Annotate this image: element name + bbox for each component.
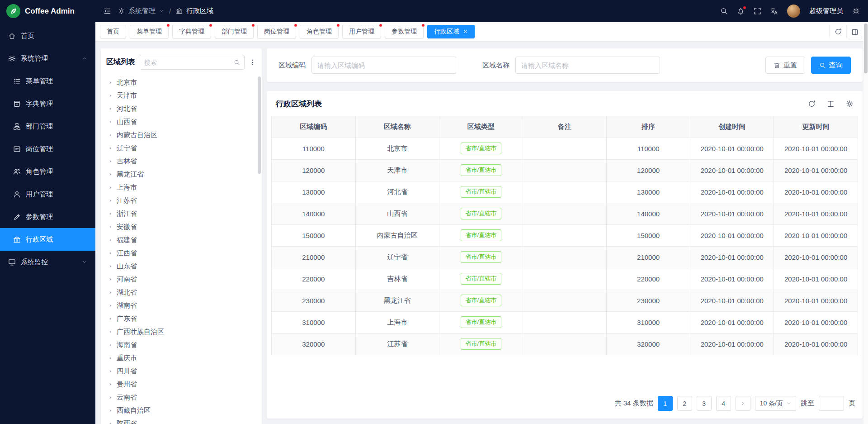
page-button-4[interactable]: 4 (716, 396, 731, 411)
panel-toggle-button[interactable] (848, 25, 862, 39)
search-icon[interactable] (720, 7, 728, 15)
caret-right-icon[interactable] (108, 277, 113, 282)
tree-item-13[interactable]: 江西省 (101, 247, 262, 260)
column-width-icon[interactable] (827, 100, 835, 108)
sidebar-item-8[interactable]: 参数管理 (0, 205, 95, 228)
tree-item-22[interactable]: 四川省 (101, 365, 262, 378)
caret-right-icon[interactable] (108, 421, 113, 424)
search-button[interactable]: 查询 (811, 57, 851, 74)
fullscreen-icon[interactable] (754, 7, 761, 15)
sidebar-item-7[interactable]: 用户管理 (0, 183, 95, 205)
caret-right-icon[interactable] (108, 159, 113, 164)
caret-right-icon[interactable] (108, 343, 113, 348)
tab-0[interactable]: 首页 (100, 25, 126, 38)
code-input[interactable] (311, 57, 456, 74)
tab-2[interactable]: 字典管理 (172, 25, 211, 38)
refresh-tab-button[interactable] (829, 25, 846, 38)
caret-right-icon[interactable] (108, 408, 113, 413)
avatar[interactable] (787, 5, 800, 18)
caret-right-icon[interactable] (108, 119, 113, 124)
sidebar-item-9[interactable]: 行政区域 (0, 228, 95, 251)
caret-right-icon[interactable] (108, 133, 113, 138)
caret-right-icon[interactable] (108, 303, 113, 308)
sidebar-item-2[interactable]: 菜单管理 (0, 70, 95, 92)
tree-item-1[interactable]: 天津市 (101, 89, 262, 102)
translate-icon[interactable] (770, 7, 778, 15)
tree-item-4[interactable]: 内蒙古自治区 (101, 129, 262, 142)
tree-item-0[interactable]: 北京市 (101, 76, 262, 89)
tree-item-18[interactable]: 广东省 (101, 312, 262, 325)
tree-item-20[interactable]: 海南省 (101, 338, 262, 352)
tree-scrollbar[interactable] (258, 76, 261, 174)
caret-right-icon[interactable] (108, 172, 113, 177)
notifications-button[interactable] (737, 7, 745, 15)
caret-right-icon[interactable] (108, 369, 113, 374)
caret-right-icon[interactable] (108, 329, 113, 334)
refresh-icon[interactable] (808, 100, 816, 108)
tree-item-17[interactable]: 湖南省 (101, 299, 262, 312)
tab-5[interactable]: 角色管理 (300, 25, 339, 38)
name-input[interactable] (515, 57, 660, 74)
caret-right-icon[interactable] (108, 395, 113, 400)
table-settings-gear-icon[interactable] (846, 100, 854, 108)
tree-item-19[interactable]: 广西壮族自治区 (101, 325, 262, 338)
close-icon[interactable] (463, 29, 468, 34)
sidebar-item-5[interactable]: 岗位管理 (0, 138, 95, 160)
tree-item-21[interactable]: 重庆市 (101, 352, 262, 365)
chevron-down-icon[interactable] (159, 9, 164, 14)
search-icon[interactable] (234, 59, 240, 66)
tab-3[interactable]: 部门管理 (215, 25, 254, 38)
sidebar-item-10[interactable]: 系统监控 (0, 251, 95, 273)
caret-right-icon[interactable] (108, 211, 113, 216)
tree-item-8[interactable]: 上海市 (101, 181, 262, 194)
tree-item-7[interactable]: 黑龙江省 (101, 168, 262, 181)
caret-right-icon[interactable] (108, 224, 113, 229)
tree-item-25[interactable]: 西藏自治区 (101, 404, 262, 417)
tree-item-23[interactable]: 贵州省 (101, 378, 262, 391)
caret-right-icon[interactable] (108, 356, 113, 361)
sidebar-item-1[interactable]: 系统管理 (0, 47, 95, 70)
caret-right-icon[interactable] (108, 185, 113, 190)
page-button-2[interactable]: 2 (677, 396, 692, 411)
caret-right-icon[interactable] (108, 238, 113, 243)
collapse-sidebar-icon[interactable] (104, 7, 111, 15)
app-logo[interactable]: Coffee Admin (0, 0, 95, 22)
user-name[interactable]: 超级管理员 (809, 7, 843, 15)
sidebar-item-6[interactable]: 角色管理 (0, 160, 95, 183)
page-button-3[interactable]: 3 (697, 396, 712, 411)
tree-item-9[interactable]: 江苏省 (101, 194, 262, 207)
page-button-1[interactable]: 1 (658, 396, 673, 411)
tree-item-12[interactable]: 福建省 (101, 233, 262, 247)
tree-item-6[interactable]: 吉林省 (101, 155, 262, 168)
tree-item-14[interactable]: 山东省 (101, 260, 262, 273)
sidebar-item-3[interactable]: 字典管理 (0, 92, 95, 115)
settings-gear-icon[interactable] (852, 7, 860, 15)
tree-item-2[interactable]: 河北省 (101, 102, 262, 115)
more-options-icon[interactable] (249, 59, 256, 66)
caret-right-icon[interactable] (108, 106, 113, 111)
caret-right-icon[interactable] (108, 93, 113, 98)
tab-8[interactable]: 行政区域 (427, 25, 475, 38)
breadcrumb-parent[interactable]: 系统管理 (128, 7, 156, 15)
next-page-button[interactable] (736, 396, 750, 411)
caret-right-icon[interactable] (108, 251, 113, 256)
tree-item-11[interactable]: 安徽省 (101, 220, 262, 233)
tab-7[interactable]: 参数管理 (385, 25, 424, 38)
tree-item-10[interactable]: 浙江省 (101, 207, 262, 220)
tree-item-3[interactable]: 山西省 (101, 115, 262, 129)
caret-right-icon[interactable] (108, 146, 113, 151)
tree-item-5[interactable]: 辽宁省 (101, 142, 262, 155)
caret-right-icon[interactable] (108, 264, 113, 269)
tree-item-15[interactable]: 河南省 (101, 273, 262, 286)
caret-right-icon[interactable] (108, 198, 113, 203)
caret-right-icon[interactable] (108, 382, 113, 387)
caret-right-icon[interactable] (108, 316, 113, 321)
tree-item-26[interactable]: 陕西省 (101, 417, 262, 424)
tree-item-24[interactable]: 云南省 (101, 391, 262, 404)
tree-item-16[interactable]: 湖北省 (101, 286, 262, 299)
tab-6[interactable]: 用户管理 (342, 25, 381, 38)
caret-right-icon[interactable] (108, 290, 113, 295)
tab-4[interactable]: 岗位管理 (257, 25, 296, 38)
tab-1[interactable]: 菜单管理 (130, 25, 169, 38)
caret-right-icon[interactable] (108, 80, 113, 85)
